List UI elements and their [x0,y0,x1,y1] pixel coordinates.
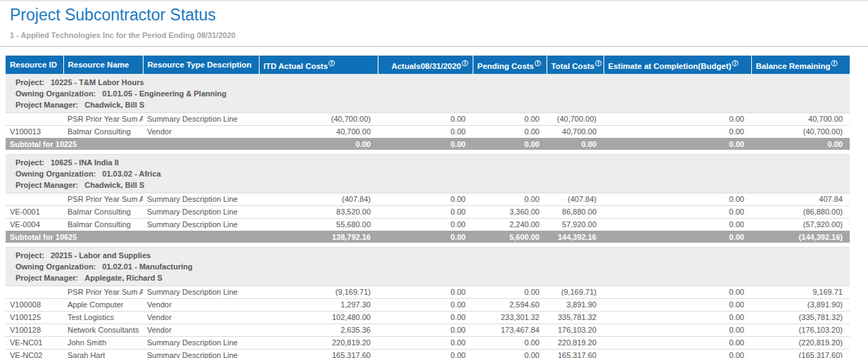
resource-name-cell: John Smith [63,336,143,349]
amount-cell: (335,781.32) [751,311,850,324]
amount-cell: 9,169.71 [751,286,850,298]
table-row: PSR Prior Year Sum AdjSummary Descriptio… [6,113,850,125]
subtotal-label: Subtotal for 10625 [6,231,259,243]
amount-cell: 2,635.36 [259,324,378,336]
resource-id-cell: V100128 [6,324,63,336]
subtotal-amount-cell: 0.00 [604,231,751,243]
resource-id-cell [6,113,63,125]
info-icon[interactable]: ⓘ [732,60,739,67]
info-icon[interactable]: ⓘ [462,60,468,67]
table-header-row: Resource IDResource NameResource Type De… [6,56,850,74]
top-divider [0,0,868,1]
table-row: V100013Balmar ConsultingVendor40,700.000… [6,125,850,138]
resource-id-cell: VE-NC02 [6,349,63,358]
info-icon[interactable]: ⓘ [831,60,838,67]
amount-cell: 0.00 [604,349,751,358]
amount-cell: 0.00 [378,205,473,218]
column-header-pending-costs: Pending Costsⓘ [473,56,547,74]
amount-cell: 165,317.60 [547,349,604,358]
amount-cell: 40,700.00 [547,125,604,138]
project-group-header: Project:10225 - T&M Labor HoursOwning Or… [6,74,850,113]
project-manager-line: Project Manager:Applegate, Richard S [15,272,850,283]
column-header-total-costs: Total Costsⓘ [547,56,604,74]
column-header-estimate-at-completion-budget: Estimate at Completion(Budget)ⓘ [604,56,751,74]
amount-cell: 407.84 [751,193,850,205]
column-header-itd-actual-costs: ITD Actual Costsⓘ [259,56,378,74]
info-icon[interactable]: ⓘ [595,60,601,67]
subcontractor-status-table: Resource IDResource NameResource Type De… [6,56,850,358]
resource-name-cell: Sarah Hart [63,349,143,358]
amount-cell: 2,240.00 [473,218,547,231]
amount-cell: 0.00 [378,324,473,336]
project-manager-line-label: Project Manager: [15,274,78,282]
subtotal-amount-cell: 5,600.00 [473,231,547,243]
amount-cell: 0.00 [604,113,751,125]
amount-cell: 1,297.30 [259,298,378,311]
column-header-balance-remaining: Balance Remainingⓘ [751,56,850,74]
table-row: VE-0001Balmar ConsultingSummary Descript… [6,205,850,218]
table-row: VE-NC02Sarah HartSummary Description Lin… [6,349,850,358]
owning-organization-line-value: 01.03.02 - Africa [102,170,160,178]
resource-id-cell: VE-0004 [6,218,63,231]
amount-cell: 0.00 [378,286,473,298]
owning-organization-line-value: 01.02.01 - Manufacturing [102,262,192,271]
subtotal-amount-cell: 144,392.16 [547,231,604,243]
amount-cell: 0.00 [378,193,473,205]
amount-cell: 0.00 [378,125,473,138]
subtotal-amount-cell: 0.00 [259,138,378,150]
resource-type-cell: Vendor [143,125,259,138]
amount-cell: 2,594.60 [473,298,547,311]
amount-cell: (86,880.00) [751,205,850,218]
amount-cell: 0.00 [378,349,473,358]
amount-cell: (9,169.71) [547,286,604,298]
amount-cell: 173,467.84 [473,324,547,336]
resource-name-cell: Balmar Consulting [63,125,143,138]
amount-cell: 86,880.00 [547,205,604,218]
project-manager-line-value: Applegate, Richard S [84,274,162,282]
project-line-label: Project: [15,251,44,260]
project-line: Project:10625 - INA India II [15,157,850,168]
amount-cell: 57,920.00 [547,218,604,231]
resource-name-cell: PSR Prior Year Sum Adj [63,286,143,298]
project-manager-line: Project Manager:Chadwick, Bill S [15,179,850,191]
amount-cell: 3,891.90 [547,298,604,311]
amount-cell: (40,700.00) [547,113,604,125]
subtotal-row: Subtotal for 102250.000.000.000.000.000.… [6,138,850,150]
amount-cell: 0.00 [604,286,751,298]
amount-cell: (40,700.00) [751,125,850,138]
resource-type-cell: Summary Description Line [143,336,259,349]
amount-cell: 0.00 [473,336,547,349]
column-header-label: Pending Costs [478,62,535,70]
owning-organization-line-value: 01.01.05 - Engineering & Planning [102,89,226,98]
project-group-header: Project:10625 - INA India IIOwning Organ… [6,154,850,193]
resource-type-cell: Summary Description Line [143,205,259,218]
report-subtitle: 1 - Applied Technologies Inc for the Per… [10,31,868,39]
column-header-label: Resource ID [10,60,57,69]
resource-type-cell: Vendor [143,311,259,324]
amount-cell: 165,317.60 [259,349,378,358]
amount-cell: 0.00 [604,298,751,311]
project-manager-line-label: Project Manager: [15,181,78,189]
table-row: PSR Prior Year Sum AdjSummary Descriptio… [6,193,850,205]
amount-cell: 0.00 [378,113,473,125]
resource-id-cell: V100125 [6,311,63,324]
resource-type-cell: Vendor [143,298,259,311]
subtotal-amount-cell: 138,792.16 [259,231,378,243]
amount-cell: 40,700.00 [259,125,378,138]
amount-cell: (176,103.20) [751,324,850,336]
resource-name-cell: Balmar Consulting [63,218,143,231]
resource-type-cell: Vendor [143,324,259,336]
project-line-value: 10625 - INA India II [51,158,119,167]
column-header-resource-id: Resource ID [6,56,63,74]
resource-type-cell: Summary Description Line [143,349,259,358]
table-row: VE-NC01John SmithSummary Description Lin… [6,336,850,349]
info-icon[interactable]: ⓘ [328,60,335,67]
column-header-label: ITD Actual Costs [264,62,328,70]
project-line: Project:10225 - T&M Labor Hours [15,77,850,88]
resource-id-cell [6,193,63,205]
subtotal-amount-cell: 0.00 [378,138,473,150]
info-icon[interactable]: ⓘ [535,60,541,67]
amount-cell: (9,169.71) [259,286,378,298]
column-header-resource-type-description: Resource Type Description [143,56,259,74]
amount-cell: 0.00 [378,311,473,324]
